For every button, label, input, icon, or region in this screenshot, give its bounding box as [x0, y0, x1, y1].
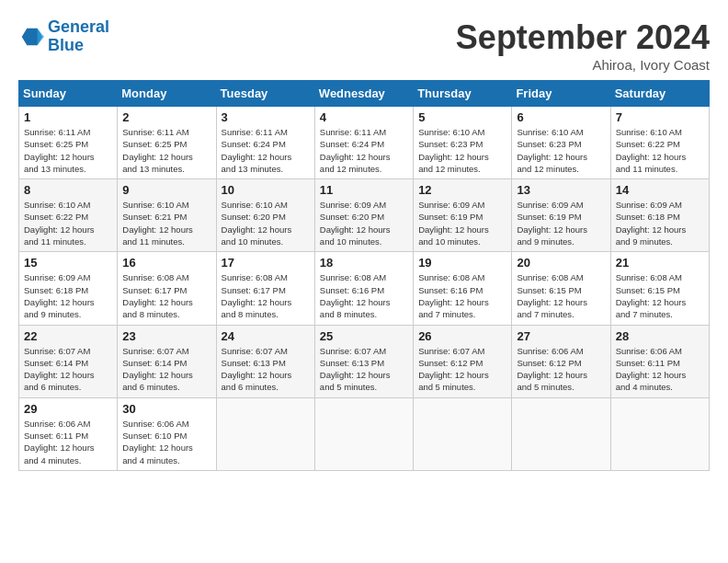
week-row-1: 1Sunrise: 6:11 AM Sunset: 6:25 PM Daylig…	[19, 107, 710, 179]
day-number: 21	[616, 256, 704, 270]
header-sunday: Sunday	[19, 81, 118, 107]
header-saturday: Saturday	[610, 81, 709, 107]
day-cell-9: 9Sunrise: 6:10 AM Sunset: 6:21 PM Daylig…	[118, 179, 216, 252]
day-cell-6: 6Sunrise: 6:10 AM Sunset: 6:23 PM Daylig…	[512, 107, 610, 179]
day-info: Sunrise: 6:11 AM Sunset: 6:25 PM Dayligh…	[122, 126, 210, 175]
day-cell-5: 5Sunrise: 6:10 AM Sunset: 6:23 PM Daylig…	[414, 107, 512, 179]
page-header: General Blue September 2024 Ahiroa, Ivor…	[18, 18, 710, 73]
day-number: 1	[24, 110, 112, 124]
day-number: 29	[24, 402, 112, 416]
day-number: 4	[320, 110, 408, 124]
location: Ahiroa, Ivory Coast	[456, 57, 710, 73]
day-number: 6	[517, 110, 605, 124]
day-number: 14	[616, 183, 704, 197]
logo-icon	[18, 24, 44, 50]
logo: General Blue	[18, 18, 109, 55]
day-number: 11	[320, 183, 408, 197]
day-cell-26: 26Sunrise: 6:07 AM Sunset: 6:12 PM Dayli…	[414, 325, 512, 397]
day-cell-14: 14Sunrise: 6:09 AM Sunset: 6:18 PM Dayli…	[610, 179, 709, 252]
day-info: Sunrise: 6:10 AM Sunset: 6:21 PM Dayligh…	[122, 199, 210, 247]
day-number: 25	[320, 329, 408, 343]
day-info: Sunrise: 6:06 AM Sunset: 6:11 PM Dayligh…	[616, 345, 704, 394]
day-info: Sunrise: 6:10 AM Sunset: 6:23 PM Dayligh…	[418, 126, 506, 175]
day-info: Sunrise: 6:08 AM Sunset: 6:17 PM Dayligh…	[122, 271, 210, 320]
day-info: Sunrise: 6:09 AM Sunset: 6:18 PM Dayligh…	[24, 271, 112, 320]
header-friday: Friday	[512, 81, 610, 107]
week-row-3: 15Sunrise: 6:09 AM Sunset: 6:18 PM Dayli…	[19, 252, 710, 325]
header-wednesday: Wednesday	[314, 81, 413, 107]
day-info: Sunrise: 6:08 AM Sunset: 6:15 PM Dayligh…	[616, 271, 704, 320]
day-number: 5	[418, 110, 506, 124]
day-number: 12	[418, 183, 506, 197]
day-info: Sunrise: 6:09 AM Sunset: 6:18 PM Dayligh…	[616, 199, 704, 247]
day-cell-12: 12Sunrise: 6:09 AM Sunset: 6:19 PM Dayli…	[414, 179, 512, 252]
day-cell-29: 29Sunrise: 6:06 AM Sunset: 6:11 PM Dayli…	[19, 397, 118, 470]
day-number: 15	[24, 256, 112, 270]
day-cell-1: 1Sunrise: 6:11 AM Sunset: 6:25 PM Daylig…	[19, 107, 118, 179]
day-info: Sunrise: 6:07 AM Sunset: 6:12 PM Dayligh…	[418, 345, 506, 394]
day-number: 7	[616, 110, 704, 124]
day-cell-24: 24Sunrise: 6:07 AM Sunset: 6:13 PM Dayli…	[216, 325, 314, 397]
day-number: 8	[24, 183, 112, 197]
day-number: 3	[222, 110, 310, 124]
day-number: 2	[122, 110, 210, 124]
day-info: Sunrise: 6:11 AM Sunset: 6:24 PM Dayligh…	[320, 126, 408, 175]
empty-cell	[512, 397, 610, 470]
day-info: Sunrise: 6:11 AM Sunset: 6:24 PM Dayligh…	[222, 126, 310, 175]
day-cell-7: 7Sunrise: 6:10 AM Sunset: 6:22 PM Daylig…	[610, 107, 709, 179]
day-cell-16: 16Sunrise: 6:08 AM Sunset: 6:17 PM Dayli…	[118, 252, 216, 325]
day-cell-4: 4Sunrise: 6:11 AM Sunset: 6:24 PM Daylig…	[314, 107, 413, 179]
day-cell-15: 15Sunrise: 6:09 AM Sunset: 6:18 PM Dayli…	[19, 252, 118, 325]
svg-marker-1	[38, 28, 44, 45]
day-info: Sunrise: 6:08 AM Sunset: 6:16 PM Dayligh…	[320, 271, 408, 320]
header-monday: Monday	[118, 81, 216, 107]
day-cell-22: 22Sunrise: 6:07 AM Sunset: 6:14 PM Dayli…	[19, 325, 118, 397]
day-cell-28: 28Sunrise: 6:06 AM Sunset: 6:11 PM Dayli…	[610, 325, 709, 397]
day-info: Sunrise: 6:07 AM Sunset: 6:14 PM Dayligh…	[24, 345, 112, 394]
day-info: Sunrise: 6:10 AM Sunset: 6:23 PM Dayligh…	[517, 126, 605, 175]
day-number: 27	[517, 329, 605, 343]
day-number: 22	[24, 329, 112, 343]
day-cell-17: 17Sunrise: 6:08 AM Sunset: 6:17 PM Dayli…	[216, 252, 314, 325]
empty-cell	[216, 397, 314, 470]
day-cell-11: 11Sunrise: 6:09 AM Sunset: 6:20 PM Dayli…	[314, 179, 413, 252]
header-tuesday: Tuesday	[216, 81, 314, 107]
day-number: 19	[418, 256, 506, 270]
day-cell-21: 21Sunrise: 6:08 AM Sunset: 6:15 PM Dayli…	[610, 252, 709, 325]
day-info: Sunrise: 6:11 AM Sunset: 6:25 PM Dayligh…	[24, 126, 112, 175]
empty-cell	[610, 397, 709, 470]
day-info: Sunrise: 6:07 AM Sunset: 6:13 PM Dayligh…	[222, 345, 310, 394]
day-info: Sunrise: 6:06 AM Sunset: 6:12 PM Dayligh…	[517, 345, 605, 394]
day-info: Sunrise: 6:10 AM Sunset: 6:22 PM Dayligh…	[24, 199, 112, 247]
calendar-table: SundayMondayTuesdayWednesdayThursdayFrid…	[18, 80, 710, 471]
day-info: Sunrise: 6:08 AM Sunset: 6:17 PM Dayligh…	[222, 271, 310, 320]
day-cell-18: 18Sunrise: 6:08 AM Sunset: 6:16 PM Dayli…	[314, 252, 413, 325]
day-number: 9	[122, 183, 210, 197]
day-cell-27: 27Sunrise: 6:06 AM Sunset: 6:12 PM Dayli…	[512, 325, 610, 397]
logo-text: General Blue	[48, 18, 109, 55]
month-title: September 2024	[456, 18, 710, 57]
day-info: Sunrise: 6:10 AM Sunset: 6:22 PM Dayligh…	[616, 126, 704, 175]
week-row-4: 22Sunrise: 6:07 AM Sunset: 6:14 PM Dayli…	[19, 325, 710, 397]
day-cell-23: 23Sunrise: 6:07 AM Sunset: 6:14 PM Dayli…	[118, 325, 216, 397]
day-number: 26	[418, 329, 506, 343]
day-info: Sunrise: 6:08 AM Sunset: 6:15 PM Dayligh…	[517, 271, 605, 320]
empty-cell	[314, 397, 413, 470]
day-cell-19: 19Sunrise: 6:08 AM Sunset: 6:16 PM Dayli…	[414, 252, 512, 325]
day-number: 18	[320, 256, 408, 270]
day-number: 10	[222, 183, 310, 197]
day-cell-30: 30Sunrise: 6:06 AM Sunset: 6:10 PM Dayli…	[118, 397, 216, 470]
header-thursday: Thursday	[414, 81, 512, 107]
week-row-5: 29Sunrise: 6:06 AM Sunset: 6:11 PM Dayli…	[19, 397, 710, 470]
day-info: Sunrise: 6:09 AM Sunset: 6:19 PM Dayligh…	[418, 199, 506, 247]
day-number: 17	[222, 256, 310, 270]
day-number: 28	[616, 329, 704, 343]
calendar-header-row: SundayMondayTuesdayWednesdayThursdayFrid…	[19, 81, 710, 107]
title-area: September 2024 Ahiroa, Ivory Coast	[456, 18, 710, 73]
day-info: Sunrise: 6:08 AM Sunset: 6:16 PM Dayligh…	[418, 271, 506, 320]
day-info: Sunrise: 6:06 AM Sunset: 6:11 PM Dayligh…	[24, 418, 112, 466]
day-cell-13: 13Sunrise: 6:09 AM Sunset: 6:19 PM Dayli…	[512, 179, 610, 252]
day-info: Sunrise: 6:07 AM Sunset: 6:14 PM Dayligh…	[122, 345, 210, 394]
day-cell-20: 20Sunrise: 6:08 AM Sunset: 6:15 PM Dayli…	[512, 252, 610, 325]
day-cell-2: 2Sunrise: 6:11 AM Sunset: 6:25 PM Daylig…	[118, 107, 216, 179]
